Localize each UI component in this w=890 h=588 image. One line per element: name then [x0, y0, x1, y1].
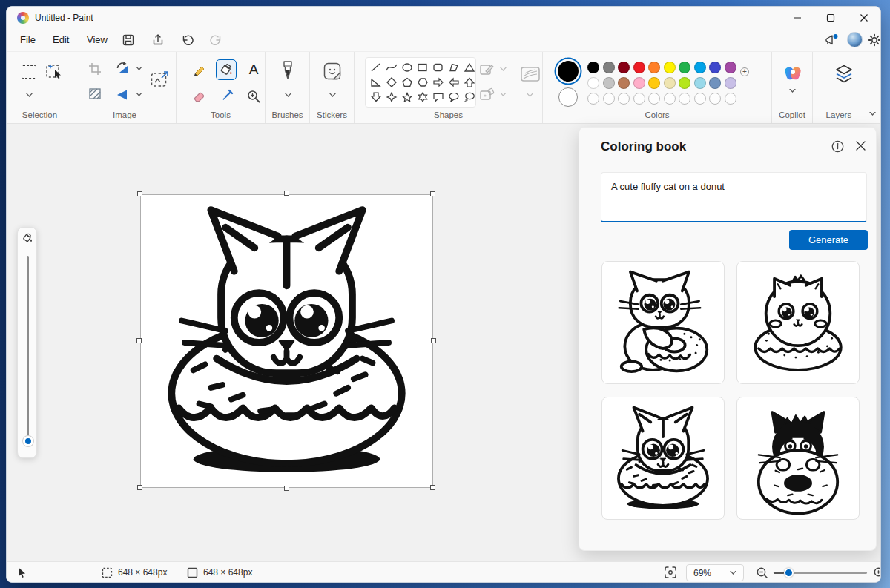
palette-swatch[interactable] — [633, 77, 645, 89]
shape-speech-bubble[interactable] — [432, 92, 444, 102]
tolerance-slider-track[interactable] — [27, 256, 29, 441]
menu-file[interactable]: File — [16, 33, 40, 47]
result-thumbnail-2[interactable] — [736, 261, 860, 384]
pencil-tool-icon[interactable] — [188, 59, 209, 80]
ribbon-overflow-chevron[interactable] — [869, 112, 876, 116]
shape-triangle[interactable] — [464, 62, 475, 73]
close-button[interactable] — [847, 7, 880, 29]
redo-button[interactable] — [207, 32, 225, 48]
selection-handle-e[interactable] — [431, 338, 436, 343]
result-thumbnail-4[interactable] — [736, 397, 860, 520]
shape-four-point-star[interactable] — [386, 92, 398, 102]
selection-handle-w[interactable] — [136, 338, 142, 343]
info-icon[interactable] — [831, 140, 844, 156]
selection-handle-n[interactable] — [284, 191, 289, 196]
zoom-in-icon[interactable] — [873, 562, 881, 583]
brushes-dropdown-chevron[interactable] — [285, 93, 291, 97]
palette-swatch[interactable] — [587, 77, 599, 89]
shape-pentagon[interactable] — [401, 77, 413, 87]
palette-swatch[interactable] — [664, 77, 676, 89]
menu-view[interactable]: View — [82, 33, 112, 47]
palette-swatch-empty[interactable] — [709, 93, 721, 105]
fit-to-screen-icon[interactable] — [664, 562, 677, 583]
shape-five-point-star[interactable] — [401, 92, 413, 102]
palette-swatch-empty[interactable] — [603, 93, 615, 105]
eraser-tool-icon[interactable] — [188, 86, 209, 107]
brush-icon[interactable] — [280, 60, 296, 84]
shape-arrow-up[interactable] — [464, 77, 475, 87]
account-avatar[interactable] — [847, 32, 863, 47]
rectangle-select-icon[interactable] — [22, 65, 36, 79]
maximize-button[interactable] — [814, 7, 847, 29]
result-thumbnail-3[interactable] — [601, 397, 725, 520]
flip-dropdown-chevron[interactable] — [136, 93, 142, 96]
crop-icon[interactable] — [88, 62, 102, 79]
eyedropper-tool-icon[interactable] — [216, 86, 237, 107]
palette-swatch[interactable] — [618, 77, 630, 89]
palette-swatch[interactable] — [679, 77, 690, 89]
palette-swatch[interactable] — [664, 62, 676, 73]
rotate-icon[interactable] — [115, 61, 130, 79]
shape-rounded-rectangle[interactable] — [432, 62, 444, 73]
palette-swatch[interactable] — [618, 62, 630, 73]
shape-thought-bubble[interactable] — [464, 92, 475, 102]
color1-swatch[interactable] — [558, 61, 578, 82]
palette-swatch[interactable] — [603, 77, 615, 89]
palette-swatch[interactable] — [709, 62, 721, 73]
palette-swatch-empty[interactable] — [694, 93, 706, 105]
palette-swatch-empty[interactable] — [587, 93, 599, 105]
shape-oval-callout[interactable] — [448, 92, 460, 102]
palette-swatch[interactable] — [633, 62, 645, 73]
palette-swatch[interactable] — [694, 62, 706, 73]
zoom-slider-thumb[interactable] — [784, 568, 794, 578]
tolerance-slider-thumb[interactable] — [23, 436, 33, 446]
palette-swatch-empty[interactable] — [679, 93, 690, 105]
shape-hexagon[interactable] — [417, 77, 429, 87]
palette-swatch[interactable] — [694, 77, 706, 89]
copilot-icon[interactable] — [782, 62, 803, 85]
palette-swatch-empty[interactable] — [664, 93, 676, 105]
fill-tool-icon[interactable] — [216, 59, 237, 80]
palette-swatch[interactable] — [709, 77, 721, 89]
magic-select-icon[interactable] — [45, 62, 63, 85]
magnifier-tool-icon[interactable] — [243, 86, 264, 107]
text-tool-icon[interactable]: A — [243, 59, 264, 80]
menu-edit[interactable]: Edit — [48, 33, 73, 47]
palette-swatch[interactable] — [725, 62, 736, 73]
selection-handle-s[interactable] — [284, 486, 289, 491]
sticker-icon[interactable] — [323, 62, 342, 84]
generate-button[interactable]: Generate — [789, 230, 868, 250]
drawing-canvas[interactable] — [140, 194, 433, 488]
selection-handle-ne[interactable] — [430, 191, 435, 196]
rotate-dropdown-chevron[interactable] — [136, 67, 142, 70]
shape-six-point-star[interactable] — [417, 92, 429, 102]
shape-line[interactable] — [370, 62, 382, 73]
share-button[interactable] — [149, 32, 167, 48]
selection-handle-sw[interactable] — [137, 485, 142, 490]
layers-icon[interactable] — [834, 64, 854, 87]
shapes-gallery[interactable] — [365, 57, 476, 108]
selection-handle-se[interactable] — [430, 485, 435, 490]
palette-swatch[interactable] — [603, 62, 615, 73]
shape-heart[interactable] — [370, 107, 382, 108]
shape-lightning[interactable] — [386, 107, 398, 108]
shape-arrow-right[interactable] — [432, 77, 444, 87]
shape-arrow-down[interactable] — [370, 92, 382, 102]
palette-swatch[interactable] — [725, 77, 736, 89]
copilot-dropdown-chevron[interactable] — [789, 89, 796, 93]
flip-icon[interactable] — [115, 89, 130, 104]
feedback-button[interactable] — [823, 32, 840, 48]
color2-swatch[interactable] — [558, 87, 578, 107]
settings-gear-icon[interactable] — [866, 32, 881, 48]
shape-right-triangle[interactable] — [370, 77, 382, 87]
minimize-button[interactable] — [780, 7, 814, 29]
zoom-out-icon[interactable] — [756, 562, 768, 583]
zoom-slider-track[interactable] — [774, 572, 867, 574]
zoom-dropdown[interactable]: 69% — [686, 564, 744, 581]
palette-swatch-empty[interactable] — [633, 93, 645, 105]
selection-handle-nw[interactable] — [137, 191, 142, 196]
palette-swatch-empty[interactable] — [648, 93, 660, 105]
palette-swatch[interactable] — [648, 77, 660, 89]
palette-swatch[interactable] — [587, 62, 599, 73]
palette-swatch[interactable] — [648, 62, 660, 73]
